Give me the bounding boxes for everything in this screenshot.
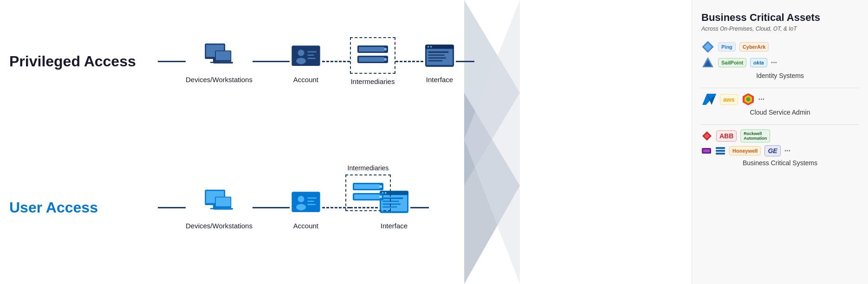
privileged-title: Privileged Access — [9, 53, 136, 70]
user-label: User Access — [0, 199, 158, 216]
intermediaries-user-icon — [352, 179, 384, 205]
account-user-box: Account — [290, 186, 322, 230]
panel-title: Business Critical Assets — [701, 12, 859, 24]
svg-rect-30 — [428, 60, 442, 61]
intermediaries-section-user: Intermediaries — [322, 207, 378, 208]
stack-icon — [715, 146, 725, 156]
line-2-user — [253, 207, 290, 208]
user-title: User Access — [9, 199, 98, 216]
intermediary-wrapper-priv — [350, 37, 395, 74]
devices-workstations-priv-box: Devices/Workstations — [186, 39, 253, 84]
rockwell-logo: RockwellAutomation — [740, 129, 770, 142]
svg-rect-17 — [359, 47, 384, 52]
cloud-more: ··· — [758, 95, 764, 103]
svg-rect-14 — [307, 54, 314, 56]
right-panel: Business Critical Assets Across On-Premi… — [692, 0, 868, 284]
svg-rect-37 — [214, 208, 233, 210]
devices-workstations-user-label: Devices/Workstations — [186, 222, 253, 230]
biz-logos-row-1: ABB RockwellAutomation — [701, 129, 859, 142]
interface-user-label: Interface — [381, 222, 408, 230]
svg-rect-41 — [307, 197, 316, 199]
svg-point-18 — [384, 48, 387, 51]
devices-workstations-user-box: Devices/Workstations — [186, 186, 253, 230]
svg-rect-9 — [214, 62, 233, 64]
svg-rect-43 — [307, 204, 316, 205]
svg-rect-73 — [716, 150, 725, 152]
interface-priv-box: Interface — [423, 39, 456, 84]
svg-rect-36 — [216, 197, 231, 206]
identity-logos-row-2: SailPoint okta ··· — [701, 56, 859, 69]
account-user-icon — [290, 186, 322, 218]
intermediaries-priv-label: Intermediaries — [350, 77, 395, 85]
azure-icon — [701, 93, 716, 106]
intermediaries-priv-icon — [356, 42, 389, 67]
line-1-priv — [158, 61, 186, 62]
svg-point-46 — [379, 185, 382, 188]
intermediary-wrapper-user — [345, 174, 391, 211]
biz-more: ··· — [784, 147, 790, 155]
svg-point-40 — [296, 204, 306, 210]
account-priv-label: Account — [293, 76, 318, 84]
svg-rect-27 — [428, 51, 448, 53]
svg-rect-13 — [307, 51, 316, 52]
privileged-flow: Devices/Workstations Account — [158, 37, 692, 85]
svg-rect-48 — [354, 194, 380, 199]
gcp-icon — [742, 93, 755, 106]
interface-priv-label: Interface — [426, 76, 453, 84]
user-access-row: User Access Devices/Workstations — [0, 186, 692, 230]
svg-rect-20 — [359, 57, 384, 62]
line-2-priv — [253, 61, 290, 62]
line-final-user — [410, 207, 429, 208]
svg-rect-15 — [307, 58, 316, 59]
svg-rect-71 — [703, 149, 710, 152]
svg-rect-72 — [716, 147, 725, 149]
business-critical-label: Business Critical Systems — [701, 159, 859, 167]
ping-icon — [701, 40, 714, 53]
cloud-service-section: aws ··· Cloud Service Admin — [701, 93, 859, 116]
ge-logo: GE — [764, 145, 780, 156]
svg-rect-10 — [291, 45, 320, 66]
account-priv-icon — [290, 39, 322, 72]
business-critical-section: ABB RockwellAutomation Honeywell GE ··· … — [701, 129, 859, 167]
intermediaries-priv-box: Intermediaries — [350, 37, 395, 85]
svg-point-26 — [430, 46, 432, 48]
honeywell-logo: Honeywell — [729, 146, 761, 155]
account-user-label: Account — [293, 222, 318, 230]
abb-logo: ABB — [716, 130, 737, 142]
svg-rect-42 — [307, 200, 314, 202]
okta-logo: okta — [750, 58, 767, 67]
ping-logo: Ping — [718, 42, 736, 52]
panel-subtitle: Across On-Premises, Cloud, OT, & IoT — [701, 26, 859, 32]
svg-rect-29 — [428, 57, 446, 58]
identity-systems-section: Ping CyberArk SailPoint okta ··· Identit… — [701, 40, 859, 79]
divider-2 — [701, 124, 859, 125]
cloud-logos-row: aws ··· — [701, 93, 859, 106]
interface-priv-icon — [423, 39, 456, 72]
identity-more: ··· — [771, 58, 777, 67]
user-flow: Devices/Workstations Account — [158, 186, 692, 230]
identity-systems-label: Identity Systems — [701, 72, 859, 79]
svg-point-21 — [384, 58, 387, 61]
line-final-priv — [456, 61, 474, 62]
svg-point-39 — [298, 196, 304, 202]
main-diagram: Privileged Access Devices/Workstati — [0, 0, 692, 284]
devices-workstations-user-icon — [203, 186, 235, 218]
svg-point-11 — [298, 49, 304, 56]
privileged-access-row: Privileged Access Devices/Workstati — [0, 37, 692, 85]
dashed-line-1-priv — [322, 61, 350, 62]
svg-rect-8 — [216, 51, 231, 60]
cyberark-logo: CyberArk — [739, 42, 769, 52]
devices-workstations-priv-label: Devices/Workstations — [186, 76, 253, 84]
intermediaries-user-float: Intermediaries — [345, 161, 391, 211]
svg-rect-24 — [425, 45, 453, 49]
diamond-icon — [701, 130, 713, 142]
svg-point-25 — [428, 46, 429, 48]
devices-workstations-priv-icon — [203, 39, 235, 72]
svg-rect-45 — [354, 184, 380, 189]
svg-point-49 — [379, 195, 382, 198]
ot-icon — [701, 146, 712, 156]
svg-rect-38 — [291, 192, 320, 212]
sailpoint-logo: SailPoint — [718, 58, 746, 67]
aws-logo: aws — [720, 94, 738, 105]
intermediaries-user-label-top: Intermediaries — [348, 164, 389, 172]
